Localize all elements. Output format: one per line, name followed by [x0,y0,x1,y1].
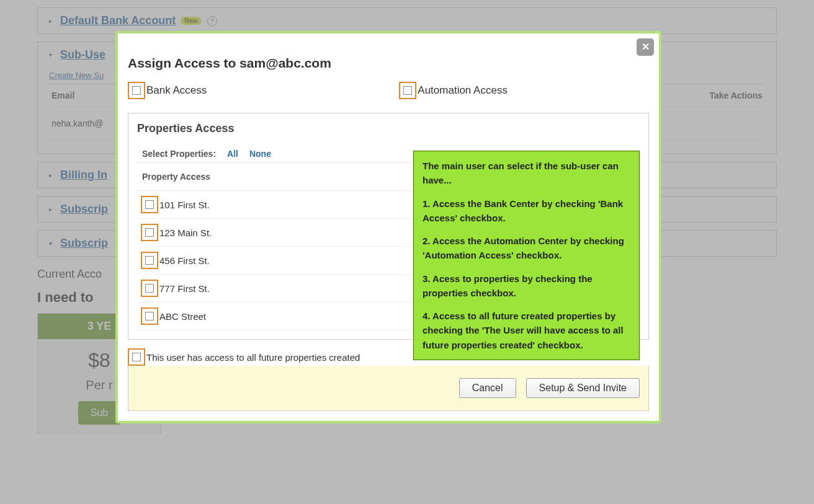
checkbox-icon[interactable] [128,82,145,99]
close-icon[interactable]: ✕ [637,38,654,56]
callout-line: 2. Access the Automation Center by check… [423,234,630,263]
automation-access-checkbox[interactable]: Automation Access [399,82,508,99]
property-label: 123 Main St. [159,228,212,238]
properties-title: Properties Access [137,122,640,135]
bank-access-label: Bank Access [146,84,207,97]
setup-send-invite-button[interactable]: Setup & Send Invite [526,378,640,398]
checkbox-icon[interactable] [141,307,158,325]
properties-access-box: Properties Access Select Properties: All… [128,113,649,340]
modal-footer: Cancel Setup & Send Invite [128,366,649,411]
property-label: 101 First St. [159,200,210,210]
automation-access-label: Automation Access [418,84,508,97]
property-label: 777 First St. [159,283,210,294]
select-none-link[interactable]: None [249,149,271,159]
callout-intro: The main user can select if the sub-user… [423,159,630,188]
select-properties-label: Select Properties: [142,149,216,159]
checkbox-icon[interactable] [399,82,416,99]
future-access-label: This user has access to all future prope… [146,352,360,363]
select-all-link[interactable]: All [227,149,238,159]
checkbox-icon[interactable] [141,280,158,297]
callout-line: 3. Acess to properties by checking the p… [423,272,630,301]
callout-line: 4. Access to all future created properti… [423,309,630,352]
property-label: 456 First St. [159,255,210,266]
modal-title: Assign Access to sam@abc.com [128,56,649,71]
cancel-button[interactable]: Cancel [459,378,516,398]
checkbox-icon[interactable] [141,252,158,269]
checkbox-icon[interactable] [128,348,145,366]
assign-access-modal: ✕ Assign Access to sam@abc.com Bank Acce… [115,31,661,423]
checkbox-icon[interactable] [141,224,158,241]
bank-access-checkbox[interactable]: Bank Access [128,82,207,99]
callout-line: 1. Access the Bank Center by checking 'B… [423,197,630,226]
help-callout: The main user can select if the sub-user… [413,151,640,360]
top-checkboxes: Bank Access Automation Access [128,82,649,99]
checkbox-icon[interactable] [141,196,158,213]
property-label: ABC Street [159,311,206,322]
